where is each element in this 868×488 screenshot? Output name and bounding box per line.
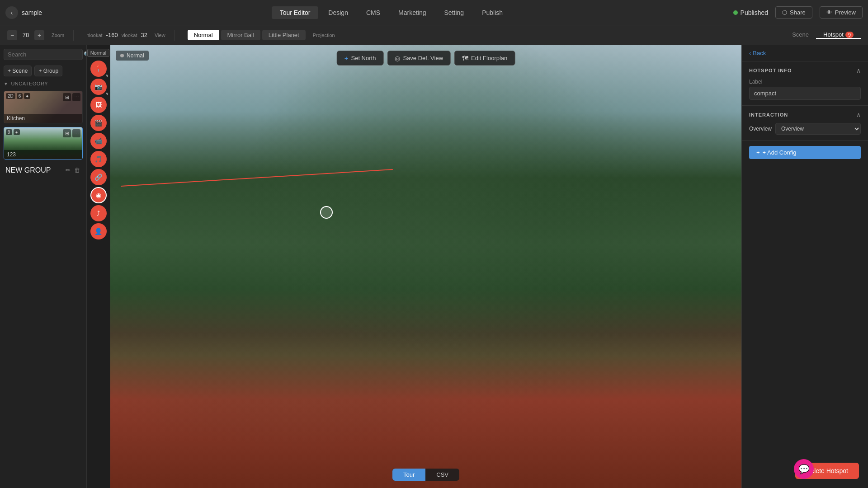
bottom-tab-bar: Tour CSV [392,469,459,481]
search-input[interactable] [8,51,84,58]
save-def-view-icon: ◎ [395,55,400,62]
chat-widget[interactable]: 💬 [794,459,814,479]
new-group-actions: ✏ 🗑 [65,166,81,174]
tool-hotspot-camera[interactable]: 📷 ∨ [90,79,107,95]
scene-grid-button[interactable]: ⊞ [63,93,71,101]
scene-more-button-123[interactable]: ⋯ [72,129,80,137]
nav-right: Published ⬡ Share 👁 Preview [733,6,863,19]
category-label: UNCATEGORY [11,81,48,86]
main-layout: 🔍 + Scene + Group ▼ UNCATEGORY 2D 6 ● ⊞ … [0,45,868,488]
nav-tab-design[interactable]: Design [320,6,356,19]
scene-label-kitchen: Kitchen [4,114,82,123]
category-uncategory: ▼ UNCATEGORY [0,78,86,89]
tool-hotspot-image[interactable]: 🖼 [90,97,107,113]
back-button[interactable]: ‹ [5,6,18,19]
dropdown-arrow-camera: ∨ [106,92,108,96]
add-group-button[interactable]: + Group [34,66,62,76]
zoom-label: Zoom [52,33,64,38]
search-icon: 🔍 [84,51,87,58]
proj-normal-button[interactable]: Normal [188,30,219,40]
dropdown-arrow-location: ∨ [106,74,108,78]
normal-view-badge: Normal [87,49,109,57]
add-config-button[interactable]: + + Add Config [749,146,861,159]
interaction-collapse-button[interactable]: ∧ [856,111,861,118]
scene-more-button[interactable]: ⋯ [72,93,80,101]
tools-panel: Normal 📍 ∨ 📷 ∨ 🖼 🎬 📹 🎵 🔗 ◉ ⤴ 👤 [87,45,110,488]
proj-little-planet-button[interactable]: Little Planet [262,30,306,40]
tour-tab-button[interactable]: Tour [392,469,425,481]
right-panel-header: ‹ Back [742,45,868,61]
save-def-view-button[interactable]: ◎ Save Def. View [387,51,451,66]
nav-tab-cms[interactable]: CMS [358,6,388,19]
scene-badge-count-123: 9 [6,129,12,135]
scene-badges-123: 9 ● [6,129,20,135]
new-group-section: NEW GROUP ✏ 🗑 [4,163,83,177]
add-config-plus-icon: + [756,149,760,156]
edit-floorplan-label: Edit Floorplan [471,55,507,61]
zoom-value: 78 [19,32,33,38]
category-arrow-icon: ▼ [4,81,8,86]
add-scene-button[interactable]: + Scene [4,66,32,76]
tool-hotspot-link[interactable]: 🔗 [90,169,107,185]
scene-label-123: 123 [4,150,82,159]
nav-tab-tour-editor[interactable]: Tour Editor [272,6,319,19]
interaction-label: Overview [749,126,772,132]
hotspot-tab[interactable]: Hotspot 9 [816,31,861,39]
hlookat-label: hlookat [86,33,102,38]
hotspot-info-collapse-button[interactable]: ∧ [856,67,861,74]
scene-badge-2d: 2D [6,93,15,99]
nav-tab-marketing[interactable]: Marketing [390,6,434,19]
interaction-select[interactable]: Overview [775,123,861,135]
view-label: View [155,33,165,38]
toolbar-divider-1 [73,30,74,41]
toolbar: − 78 + Zoom hlookat -160 vlookat 32 View… [0,25,868,45]
back-chevron-icon: ‹ [749,50,751,56]
zoom-minus-button[interactable]: − [7,30,17,40]
share-button[interactable]: ⬡ Share [775,6,812,19]
right-panel: ‹ Back HOTSPOT INFO ∧ Label INTERACTION … [741,45,868,488]
interaction-row: Overview Overview [749,123,861,135]
tool-hotspot-video-small[interactable]: 🎬 [90,115,107,131]
scene-card-kitchen[interactable]: 2D 6 ● ⊞ ⋯ Kitchen [4,91,83,123]
scene-card-123[interactable]: 9 ● ⊞ ⋯ 123 [4,127,83,160]
tool-hotspot-video[interactable]: 📹 [90,133,107,149]
view-mode-dot [120,54,124,57]
edit-floorplan-button[interactable]: 🗺 Edit Floorplan [454,51,515,66]
nav-tabs: Tour Editor Design CMS Marketing Setting… [53,6,729,19]
tool-hotspot-arrow[interactable]: ⤴ [90,205,107,221]
vlookat-label: vlookat [122,33,137,38]
scene-grid-button-123[interactable]: ⊞ [63,129,71,137]
tool-hotspot-user[interactable]: 👤 [90,223,107,239]
interaction-title: INTERACTION [749,112,788,117]
label-field-input[interactable] [749,87,861,100]
zoom-plus-button[interactable]: + [34,30,44,40]
scene-actions-kitchen: ⊞ ⋯ [63,93,80,101]
hotspot-marker[interactable] [320,206,333,219]
hotspot-count-badge: 9 [845,32,854,38]
proj-mirror-ball-button[interactable]: Mirror Ball [221,30,260,40]
csv-tab-button[interactable]: CSV [425,469,459,481]
scene-hotspot-tabs: Scene Hotspot 9 [785,31,861,39]
chat-icon: 💬 [798,464,810,474]
tool-hotspot-active[interactable]: ◉ [90,187,107,203]
nav-tab-setting[interactable]: Setting [436,6,472,19]
preview-label: Preview [835,9,856,16]
preview-button[interactable]: 👁 Preview [820,6,863,19]
set-north-icon: + [344,54,349,62]
new-group-delete-button[interactable]: 🗑 [73,166,81,174]
toolbar-divider-2 [175,30,175,41]
scene-thumbnail-kitchen: 2D 6 ● ⊞ ⋯ Kitchen [4,91,82,123]
view-mode-badge: Normal [116,51,149,61]
back-arrow-icon: ‹ [11,9,13,16]
tool-hotspot-location[interactable]: 📍 ∨ [90,61,107,77]
right-panel-back-link[interactable]: ‹ Back [749,50,766,56]
tool-hotspot-music[interactable]: 🎵 [90,151,107,167]
set-north-button[interactable]: + Set North [337,51,384,66]
project-name: sample [22,9,42,16]
nav-tab-publish[interactable]: Publish [474,6,511,19]
new-group-edit-button[interactable]: ✏ [65,166,71,174]
scene-badges-kitchen: 2D 6 ● [6,93,30,99]
scene-badge-type-123: ● [14,129,20,135]
hotspot-info-title: HOTSPOT INFO [749,68,792,73]
scene-tab[interactable]: Scene [785,31,816,39]
